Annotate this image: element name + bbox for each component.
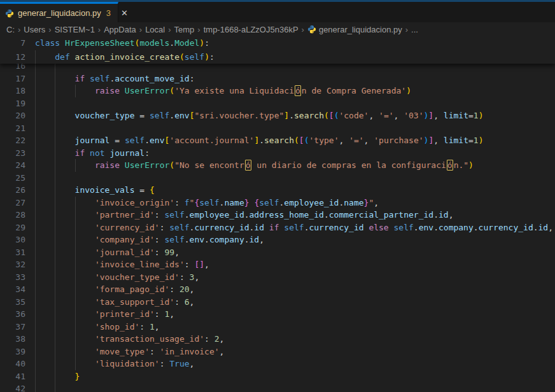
code-line[interactable]: 36'printer_id': 1, — [0, 308, 555, 321]
line-number[interactable]: 28 — [0, 209, 25, 221]
code-line[interactable]: 18raise UserError('Ya existe una Liquida… — [0, 85, 555, 97]
indent-guide — [55, 221, 74, 234]
breadcrumb-item[interactable]: AppData — [104, 25, 136, 34]
code-editor[interactable]: 1617if self.account_move_id:18raise User… — [0, 60, 555, 392]
code-text: 'invoice_origin': f"{self.name} {self.em… — [25, 197, 379, 209]
line-number[interactable]: 19 — [0, 97, 25, 110]
code-line[interactable]: 38'transaction_usage_id': 2, — [0, 333, 555, 346]
code-line[interactable]: 35'tax_support_id': 6, — [0, 296, 555, 309]
line-number[interactable]: 39 — [0, 346, 25, 358]
code-line[interactable]: 19 — [0, 97, 555, 110]
code-text: invoice_vals = { — [25, 184, 155, 197]
indent-guide — [35, 97, 55, 110]
tab-generar-liquidacion[interactable]: generar_liquidacion.py 3 ✕ — [0, 2, 118, 22]
line-number[interactable]: 29 — [0, 221, 25, 234]
code-line[interactable]: 21 — [0, 122, 555, 135]
line-number[interactable]: 33 — [0, 271, 25, 284]
code-line[interactable]: 23if not journal: — [0, 147, 555, 160]
line-number[interactable]: 27 — [0, 197, 25, 209]
breadcrumb-item[interactable]: tmp-1668-aLZzOJ5n36kP — [204, 25, 299, 34]
code-line[interactable]: 17if self.account_move_id: — [0, 73, 555, 85]
line-number[interactable]: 20 — [0, 109, 25, 122]
indent-guide — [75, 333, 95, 346]
code-line[interactable]: 31'journal_id': 99, — [0, 246, 555, 259]
code-text: } — [25, 370, 80, 383]
indent-guide — [35, 221, 55, 234]
code-line[interactable]: 30'company_id': self.env.company.id, — [0, 234, 555, 246]
indent-guide — [55, 321, 74, 333]
chevron-right-icon: › — [197, 25, 200, 34]
line-number[interactable]: 12 — [0, 50, 25, 64]
code-line[interactable]: 32'invoice_line_ids': [], — [0, 258, 555, 271]
code-line[interactable]: 24raise UserError("No se encontró un dia… — [0, 159, 555, 172]
line-number[interactable]: 34 — [0, 283, 25, 296]
code-line[interactable]: 12def action_invoice_create(self): — [0, 50, 555, 64]
indent-guide — [55, 296, 74, 309]
indent-guide — [55, 97, 74, 110]
line-number[interactable]: 24 — [0, 159, 25, 172]
code-line[interactable]: 7class HrExpenseSheet(models.Model): — [0, 36, 555, 50]
code-text: voucher_type = self.env["sri.voucher.typ… — [25, 109, 483, 122]
line-number[interactable]: 37 — [0, 321, 25, 333]
indent-guide — [55, 308, 74, 321]
code-text — [25, 172, 75, 185]
indent-guide — [75, 308, 95, 321]
code-text: 'transaction_usage_id': 2, — [25, 333, 224, 346]
breadcrumb-item[interactable]: ... — [411, 25, 418, 34]
line-number[interactable]: 30 — [0, 234, 25, 246]
code-line[interactable]: 41} — [0, 370, 555, 383]
indent-guide — [75, 159, 95, 172]
line-number[interactable]: 23 — [0, 147, 25, 160]
line-number[interactable]: 25 — [0, 172, 25, 185]
line-number[interactable]: 41 — [0, 370, 25, 383]
code-line[interactable]: 26invoice_vals = { — [0, 184, 555, 197]
code-line[interactable]: 40'liquidation': True, — [0, 358, 555, 370]
breadcrumb-item[interactable]: generar_liquidacion.py — [307, 25, 402, 34]
code-line[interactable]: 29'currency_id': self.currency_id.id if … — [0, 221, 555, 234]
code-line[interactable]: 37'shop_id': 1, — [0, 321, 555, 333]
indent-guide — [35, 258, 55, 271]
code-text: 'voucher_type_id': 3, — [25, 271, 199, 284]
line-number[interactable]: 7 — [0, 36, 25, 50]
line-number[interactable]: 36 — [0, 308, 25, 321]
chevron-right-icon: › — [405, 25, 408, 34]
code-line[interactable]: 22journal = self.env['account.journal'].… — [0, 134, 555, 147]
code-line[interactable]: 28'partner_id': self.employee_id.address… — [0, 209, 555, 221]
indent-guide — [35, 73, 55, 85]
line-number[interactable]: 32 — [0, 258, 25, 271]
breadcrumb-item[interactable]: Local — [145, 25, 165, 34]
line-number[interactable]: 17 — [0, 73, 25, 85]
line-number[interactable]: 38 — [0, 333, 25, 346]
chevron-right-icon: › — [98, 25, 101, 34]
indent-guide — [55, 234, 74, 246]
indent-guide — [55, 382, 74, 392]
breadcrumb-item[interactable]: Temp — [174, 25, 195, 34]
code-line[interactable]: 39'move_type': 'in_invoice', — [0, 346, 555, 358]
indent-guide — [75, 85, 95, 97]
line-number[interactable]: 26 — [0, 184, 25, 197]
line-number[interactable]: 42 — [0, 382, 25, 392]
code-text: if self.account_move_id: — [25, 73, 194, 85]
line-number[interactable]: 18 — [0, 85, 25, 97]
line-number[interactable]: 21 — [0, 122, 25, 135]
breadcrumb-item[interactable]: Users — [24, 25, 45, 34]
code-line[interactable]: 27'invoice_origin': f"{self.name} {self.… — [0, 197, 555, 209]
editor-window: generar_liquidacion.py 3 ✕ C:›Users›SIST… — [0, 0, 555, 392]
code-line[interactable]: 25 — [0, 172, 555, 185]
close-icon[interactable]: ✕ — [121, 8, 128, 18]
code-line[interactable]: 42 — [0, 382, 555, 392]
line-number[interactable]: 40 — [0, 358, 25, 370]
indent-guide — [55, 333, 74, 346]
code-line[interactable]: 34'forma_pago_id': 20, — [0, 283, 555, 296]
code-text: 'company_id': self.env.company.id, — [25, 234, 264, 246]
line-number[interactable]: 31 — [0, 246, 25, 259]
code-text: 'shop_id': 1, — [25, 321, 160, 333]
breadcrumb-item[interactable]: SISTEM~1 — [55, 25, 95, 34]
code-text: 'printer_id': 1, — [25, 308, 174, 321]
code-line[interactable]: 33'voucher_type_id': 3, — [0, 271, 555, 284]
line-number[interactable]: 35 — [0, 296, 25, 309]
code-line[interactable]: 20voucher_type = self.env["sri.voucher.t… — [0, 109, 555, 122]
line-number[interactable]: 22 — [0, 134, 25, 147]
breadcrumb-item[interactable]: C: — [6, 25, 15, 34]
indent-guide — [55, 358, 74, 370]
